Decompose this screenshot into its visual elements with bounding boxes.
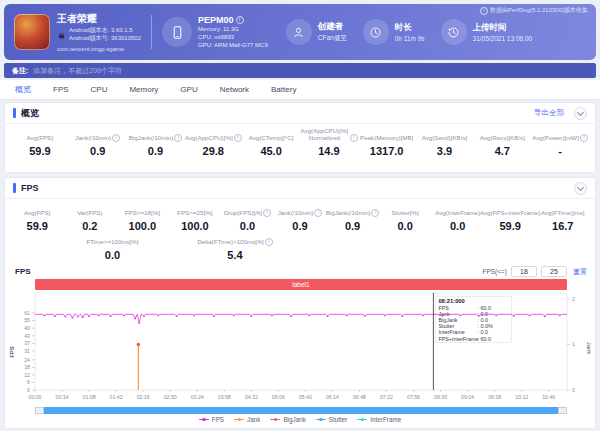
metric-value: 0.9 xyxy=(345,220,360,232)
metric-value: 0.0 xyxy=(397,220,412,232)
info-icon[interactable]: i xyxy=(236,16,244,24)
svg-text:10:46: 10:46 xyxy=(542,394,555,400)
metric-FTime>=100ms[%]: FTime>=100ms[%]0.0 xyxy=(55,237,170,261)
info-icon[interactable]: i xyxy=(350,134,358,142)
info-icon[interactable]: i xyxy=(265,238,273,246)
note-label: 备注: xyxy=(12,66,28,76)
fps-threshold-input-2[interactable] xyxy=(541,266,567,277)
metric-value: 0.0 xyxy=(240,220,255,232)
metric-value: 1317.0 xyxy=(370,145,404,157)
legend-item-Stutter[interactable]: Stutter xyxy=(316,416,348,423)
legend-item-InterFrame[interactable]: InterFrame xyxy=(357,416,401,423)
metric-label: Jank(/10min) xyxy=(75,135,111,142)
metric-Avg(AppCPU)[%] Normalized: Avg(AppCPU)[%] Normalizedi14.9 xyxy=(300,128,358,157)
svg-text:37: 37 xyxy=(24,340,30,346)
overview-section: 概览 导出全部 Avg(FPS)59.9Jank(/10min)i0.9BigJ… xyxy=(4,102,596,173)
svg-text:: 60.0: : 60.0 xyxy=(477,336,491,342)
upload-summary: 上传时间 31/05/2021 13:06:00 xyxy=(441,19,533,45)
legend-marker xyxy=(234,419,244,421)
svg-text:00:00: 00:00 xyxy=(29,394,42,400)
legend-marker xyxy=(270,419,280,421)
metric-value: 0.9 xyxy=(292,220,307,232)
fps-threshold-input-1[interactable] xyxy=(511,266,537,277)
info-icon[interactable]: i xyxy=(314,209,322,217)
reset-button[interactable]: 重置 xyxy=(573,267,587,277)
metric-label: Avg(CTemp)[°C] xyxy=(249,135,294,142)
tab-GPU[interactable]: GPU xyxy=(169,80,208,99)
collapse-overview-button[interactable] xyxy=(574,107,587,120)
history-clock-icon xyxy=(441,19,467,45)
info-icon: i xyxy=(480,7,488,15)
svg-text:07:56: 07:56 xyxy=(407,394,420,400)
metric-value: 5.4 xyxy=(227,249,242,261)
metric-Avg(CTemp)[°C]: Avg(CTemp)[°C]45.0 xyxy=(242,128,300,157)
fps-chart-svg[interactable]: 61554943373124181260FPS210Jank00:0000:34… xyxy=(5,290,595,402)
svg-text:61: 61 xyxy=(24,310,30,316)
chart-legend: FPSJankBigJankStutterInterFrame xyxy=(5,416,595,423)
metric-Jank(/10min): Jank(/10min)i0.9 xyxy=(274,203,327,232)
metric-value: 100.0 xyxy=(129,220,157,232)
legend-label: BigJank xyxy=(283,416,305,423)
metric-value: 59.9 xyxy=(499,220,520,232)
export-all-link[interactable]: 导出全部 xyxy=(534,108,564,118)
person-icon xyxy=(286,19,312,45)
svg-text:10:12: 10:12 xyxy=(515,394,528,400)
metric-label: Drop(FPS)[/h] xyxy=(224,210,262,217)
collapse-fps-button[interactable] xyxy=(574,182,587,195)
svg-text:: 0.0: : 0.0 xyxy=(477,317,488,323)
metric-Avg(FTime)[ms]: Avg(FTime)[ms]16.7 xyxy=(536,203,589,232)
svg-text:03:58: 03:58 xyxy=(218,394,231,400)
info-icon[interactable]: i xyxy=(263,209,271,217)
scrollbar-left-handle[interactable] xyxy=(35,407,44,414)
scrollbar-right-handle[interactable] xyxy=(558,407,567,414)
device-summary: PEPM00 i Memory: 11.3G CPU: mt6893 GPU: … xyxy=(162,15,268,49)
fps-metrics-row2: FTime>=100ms[%]0.0Delta(FTime)>100ms[/h]… xyxy=(5,236,595,264)
tab-Battery[interactable]: Battery xyxy=(260,80,307,99)
legend-item-FPS[interactable]: FPS xyxy=(199,416,224,423)
legend-label: FPS xyxy=(212,416,224,423)
duration-value: 0h 11m 9s xyxy=(395,35,425,42)
section-marker xyxy=(13,108,16,118)
scrollbar-track[interactable] xyxy=(44,407,558,414)
tab-CPU[interactable]: CPU xyxy=(80,80,119,99)
metric-label: FPS>=25[%] xyxy=(177,210,212,217)
collector-note-text: 数据由PerfDog(5.1.210300)版本收集 xyxy=(490,6,588,15)
clock-icon xyxy=(363,19,389,45)
svg-text:02:50: 02:50 xyxy=(164,394,177,400)
info-icon[interactable]: i xyxy=(580,134,588,142)
metric-value: 59.9 xyxy=(29,145,50,157)
info-icon[interactable]: i xyxy=(174,134,182,142)
note-bar[interactable]: 备注: 添加备注，不超过200个字符 xyxy=(4,63,596,78)
tab-FPS[interactable]: FPS xyxy=(42,80,80,99)
metric-label: Avg(AppCPU)[%] xyxy=(185,135,233,142)
metric-label: Var(FPS) xyxy=(77,210,102,217)
tab-Memory[interactable]: Memory xyxy=(118,80,169,99)
chart-scrollbar[interactable] xyxy=(35,407,567,414)
svg-text:FPS: FPS xyxy=(438,305,449,311)
metric-value: 0.0 xyxy=(450,220,465,232)
metric-label: Avg(Send)[KB/s] xyxy=(422,135,468,142)
svg-text:: 0.0%: : 0.0% xyxy=(477,323,492,329)
device-model: PEPM00 xyxy=(198,15,234,25)
app-version-code: Android版本号: 363010502 xyxy=(69,35,141,43)
svg-text:05:40: 05:40 xyxy=(299,394,312,400)
metric-Var(FPS): Var(FPS)0.2 xyxy=(64,203,117,232)
svg-text:BigJank: BigJank xyxy=(438,317,457,323)
chart-label-banner: label1 xyxy=(35,279,567,290)
svg-text:08:30: 08:30 xyxy=(434,394,447,400)
legend-item-Jank[interactable]: Jank xyxy=(234,416,260,423)
metric-label: Delta(FTime)>100ms[/h] xyxy=(197,239,264,246)
metric-value: - xyxy=(558,145,562,157)
legend-item-BigJank[interactable]: BigJank xyxy=(270,416,305,423)
svg-text:FPS: FPS xyxy=(9,346,15,358)
svg-text:: 0.0: : 0.0 xyxy=(477,329,488,335)
info-icon[interactable]: i xyxy=(112,134,120,142)
overview-title: 概览 xyxy=(21,107,39,120)
svg-text:03:24: 03:24 xyxy=(191,394,204,400)
metric-Avg(Recv)[KB/s]: Avg(Recv)[KB/s]4.7 xyxy=(473,128,531,157)
info-icon[interactable]: i xyxy=(234,134,242,142)
svg-text:02:16: 02:16 xyxy=(137,394,150,400)
svg-text:05:06: 05:06 xyxy=(272,394,285,400)
tab-Network[interactable]: Network xyxy=(209,80,260,99)
tab-概览[interactable]: 概览 xyxy=(4,80,42,99)
